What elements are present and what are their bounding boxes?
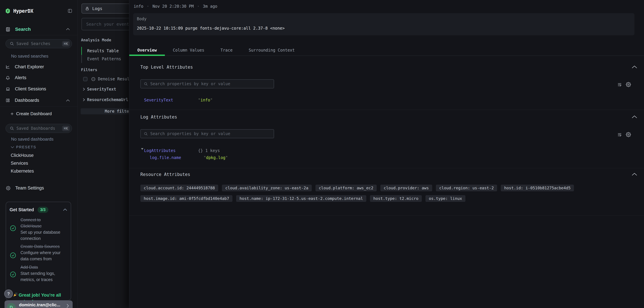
preset-item-clickhouse[interactable]: ClickHouse (11, 153, 34, 158)
section-title-resource-attributes: Resource Attributes (140, 172, 190, 177)
sidebar-item-search[interactable]: Search (6, 27, 31, 32)
event-search-placeholder: Search your events (86, 22, 132, 27)
sidebar-item-label: Client Sessions (15, 86, 46, 92)
hyperdx-logo-icon (6, 8, 10, 13)
attribute-row[interactable]: SeverityText"info" (144, 98, 213, 103)
property-search-input[interactable]: Search properties by key or value (140, 79, 274, 88)
search-icon (144, 132, 148, 136)
section-title-log-attributes: Log Attributes (140, 115, 177, 120)
event-meta: info · Nov 20 2:20:30 PM · 3m ago (134, 4, 217, 9)
chevron-right-icon (83, 98, 85, 102)
presets-label: PRESETS (16, 145, 36, 149)
event-relative-time: 3m ago (203, 4, 217, 9)
user-name: dominic.tran@clic... (19, 302, 60, 308)
chevron-down-icon (11, 146, 14, 148)
gear-icon[interactable] (626, 82, 631, 87)
chevron-up-icon[interactable] (631, 115, 638, 119)
party-popper-icon (13, 292, 18, 297)
resource-pill[interactable]: cloud.account.id: 244449518788 (140, 185, 218, 191)
tab-trace[interactable]: Trace (212, 45, 240, 56)
preset-item-services[interactable]: Services (11, 161, 28, 166)
denoise-results-row[interactable]: Denoise Results (83, 77, 134, 81)
resource-pill[interactable]: cloud.region: us-east-2 (436, 185, 497, 191)
denoise-label: Denoise Results (98, 77, 134, 81)
resource-pill[interactable]: host.type: t2.micro (370, 195, 422, 202)
section-tools (617, 132, 631, 137)
sidebar-item-client-sessions[interactable]: Client Sessions (6, 86, 46, 92)
property-search-input[interactable]: Search properties by key or value (140, 129, 274, 138)
presets-toggle[interactable]: PRESETS (11, 145, 36, 149)
check-circle-icon (10, 225, 16, 231)
checklist-item[interactable]: Add Data Start sending logs, metrics, or… (20, 264, 62, 283)
user-menu[interactable]: D dominic.tran@clic... dominic.tran@clic… (4, 301, 72, 308)
sidebar-collapse-button[interactable] (68, 8, 72, 13)
resource-pill[interactable]: host.image.id: ami-0f5fcdfbd140e4ab7 (140, 195, 232, 202)
resource-pill[interactable]: host.name: ip-172-31-12-5.us-east-2.comp… (236, 195, 366, 202)
check-circle-icon (10, 252, 16, 258)
chevron-up-icon[interactable] (631, 65, 638, 69)
saved-dashboards-input[interactable]: Saved Dashboards ⌘K (6, 124, 72, 133)
plus-icon (10, 112, 14, 116)
sidebar-item-dashboards[interactable]: Dashboards (6, 98, 39, 103)
sidebar-item-alerts[interactable]: Alerts (6, 75, 26, 80)
brand: HyperDX (6, 8, 33, 14)
attribute-row[interactable]: log.file.name"dpkg.log" (150, 155, 228, 160)
tab-surrounding-context[interactable]: Surrounding Context (241, 45, 303, 56)
body-label: Body (137, 16, 146, 21)
get-started-title: Get Started (10, 207, 34, 212)
attribute-tree-root[interactable]: LogAttributes{} 1 keys (141, 148, 220, 154)
sidebar: HyperDX Search Saved Searches ⌘K (0, 0, 78, 308)
mode-event-patterns[interactable]: Event Patterns (81, 55, 121, 63)
chevron-up-icon[interactable] (66, 99, 70, 102)
laptop-icon (6, 87, 10, 91)
event-timestamp: Nov 20 2:20:30 PM (152, 4, 194, 9)
severity-text: info (134, 4, 144, 9)
gear-icon (6, 186, 10, 190)
create-dashboard-button[interactable]: Create Dashboard (10, 111, 52, 116)
no-saved-searches-text: No saved searches (11, 54, 48, 59)
text-wrap-icon[interactable] (617, 82, 622, 87)
notebook-icon (6, 27, 10, 32)
bell-icon (6, 75, 10, 80)
divider (129, 168, 644, 168)
checklist-item[interactable]: Connect to ClickHouse Set up your databa… (20, 217, 62, 242)
team-settings-label: Team Settings (15, 185, 44, 191)
tab-column-values[interactable]: Column Values (165, 45, 212, 56)
body-content: 2025-10-22 10:15:09 purge fonts-dejavu-c… (137, 26, 284, 31)
tab-overview[interactable]: Overview (129, 45, 165, 56)
checklist-item[interactable]: Create Data Sources Configure where your… (20, 243, 62, 262)
saved-searches-input[interactable]: Saved Searches ⌘K (6, 39, 72, 48)
help-button[interactable]: ? (4, 290, 13, 298)
check-circle-icon (10, 271, 16, 278)
resource-pill[interactable]: cloud.provider: aws (380, 185, 432, 191)
attribute-meta: {} 1 keys (198, 148, 220, 153)
property-search-placeholder: Search properties by key or value (150, 82, 230, 86)
filter-group-severitytext[interactable]: SeverityText (83, 87, 116, 92)
caret-down-icon (141, 149, 144, 154)
filter-group-resourceschemaurl[interactable]: ResourceSchemaUrl (83, 97, 128, 102)
search-icon (10, 41, 14, 46)
brand-name: HyperDX (13, 8, 33, 14)
resource-attribute-pills: cloud.account.id: 244449518788 cloud.ava… (140, 185, 634, 202)
chevron-up-icon[interactable] (66, 28, 70, 30)
checklist-item-title: Create Data Sources (20, 243, 62, 250)
denoise-checkbox[interactable] (83, 77, 88, 81)
resource-pill[interactable]: cloud.platform: aws_ec2 (316, 185, 377, 191)
create-dashboard-label: Create Dashboard (16, 111, 52, 116)
chevron-up-icon[interactable] (631, 172, 638, 176)
resource-pill[interactable]: host.id: i-0510b81275acbe4d5 (501, 185, 574, 191)
analysis-mode-label: Analysis Mode (81, 38, 111, 42)
search-controls-column: Logs Search your events Analysis Mode Re… (78, 0, 129, 308)
sidebar-item-team-settings[interactable]: Team Settings (6, 185, 44, 191)
resource-pill[interactable]: cloud.availability_zone: us-east-2a (222, 185, 312, 191)
event-detail-panel: info · Nov 20 2:20:30 PM · 3m ago Body 2… (129, 0, 644, 308)
preset-item-kubernetes[interactable]: Kubernetes (11, 168, 34, 174)
filters-label: Filters (81, 68, 97, 72)
resource-pill[interactable]: os.type: linux (426, 195, 466, 202)
chevron-up-icon[interactable] (63, 208, 67, 211)
gear-icon[interactable] (626, 132, 631, 137)
sidebar-item-chart-explorer[interactable]: Chart Explorer (6, 64, 44, 69)
text-wrap-icon[interactable] (617, 132, 622, 137)
chart-line-icon (6, 65, 10, 69)
mode-results-table[interactable]: Results Table (81, 47, 121, 55)
